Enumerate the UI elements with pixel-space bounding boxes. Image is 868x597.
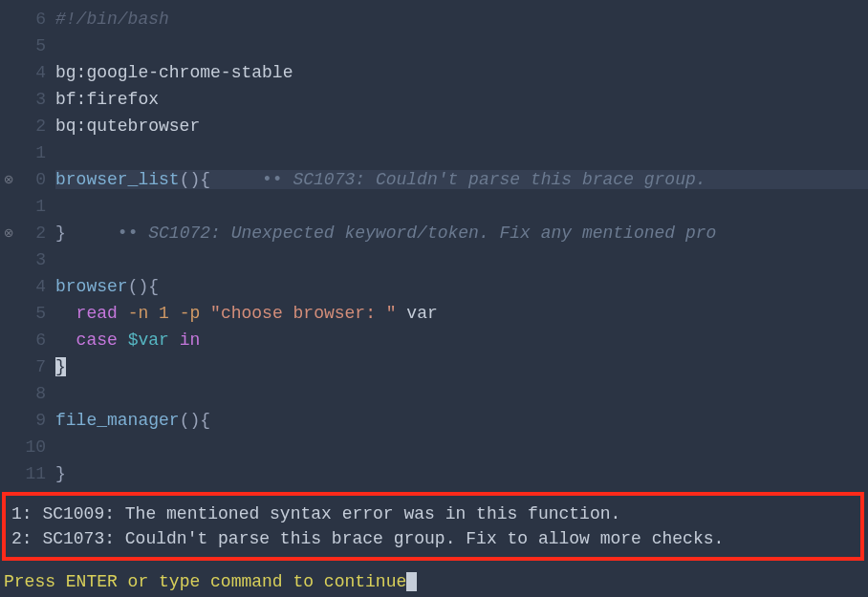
- error-message: 2: SC1073: Couldn't parse this brace gro…: [6, 526, 860, 551]
- code-token: -p: [180, 304, 201, 323]
- error-message: 1: SC1009: The mentioned syntax error wa…: [6, 501, 860, 526]
- code-token: [200, 304, 210, 323]
- line-number: 6: [17, 10, 55, 29]
- code-token: browser_list: [55, 170, 180, 189]
- code-line[interactable]: ⊗0browser_list(){ •• SC1073: Couldn't pa…: [0, 166, 868, 193]
- code-line[interactable]: 4bg:google-chrome-stable: [0, 59, 868, 86]
- code-token: 1: [159, 304, 169, 323]
- lint-indicator-icon: ••: [118, 224, 148, 243]
- code-token: (): [180, 170, 201, 189]
- code-line[interactable]: 2bq:qutebrowser: [0, 113, 868, 139]
- code-line[interactable]: 1: [0, 139, 868, 166]
- line-number: 0: [17, 170, 55, 189]
- code-content[interactable]: }: [55, 464, 868, 483]
- code-token: "choose browser: ": [210, 304, 396, 323]
- code-token: [210, 170, 262, 189]
- code-token: (): [128, 277, 149, 296]
- code-token: $var: [128, 330, 169, 350]
- line-number: 4: [17, 63, 55, 82]
- code-token: [118, 330, 128, 350]
- code-content[interactable]: case $var in: [55, 330, 868, 350]
- line-number: 3: [17, 250, 55, 269]
- prompt-text: Press ENTER or type command to continue: [4, 572, 406, 591]
- code-token: case: [76, 330, 118, 350]
- code-token: [169, 330, 180, 350]
- code-content[interactable]: browser_list(){ •• SC1073: Couldn't pars…: [55, 170, 868, 189]
- code-token: {: [200, 411, 210, 430]
- code-token: in: [180, 330, 201, 350]
- code-token: }: [55, 464, 66, 483]
- line-number: 8: [17, 384, 55, 403]
- error-panel: 1: SC1009: The mentioned syntax error wa…: [2, 492, 864, 561]
- line-number: 2: [17, 224, 55, 243]
- code-line[interactable]: 10: [0, 434, 868, 460]
- code-content[interactable]: } •• SC1072: Unexpected keyword/token. F…: [55, 224, 868, 243]
- gutter-error-icon: ⊗: [0, 224, 17, 243]
- code-token: -n: [128, 304, 149, 323]
- line-number: 7: [17, 357, 55, 376]
- code-line[interactable]: 6#!/bin/bash: [0, 6, 868, 32]
- code-line[interactable]: 1: [0, 193, 868, 220]
- code-content[interactable]: bq:qutebrowser: [55, 117, 868, 136]
- code-content[interactable]: }: [55, 357, 868, 376]
- lint-indicator-icon: ••: [262, 170, 293, 189]
- code-line[interactable]: 4browser(){: [0, 273, 868, 300]
- code-token: [169, 304, 180, 323]
- command-prompt[interactable]: Press ENTER or type command to continue: [4, 572, 417, 591]
- inline-lint-message: SC1072: Unexpected keyword/token. Fix an…: [148, 224, 716, 243]
- code-token: }: [55, 224, 66, 243]
- code-line[interactable]: 8: [0, 380, 868, 407]
- code-token: var: [397, 304, 438, 323]
- code-token: [55, 304, 76, 323]
- code-token: [55, 330, 76, 350]
- line-number: 1: [17, 197, 55, 216]
- code-token: file_manager: [55, 411, 180, 430]
- code-token: bq:qutebrowser: [55, 117, 200, 136]
- code-token: [66, 224, 118, 243]
- cursor: }: [55, 357, 66, 376]
- code-line[interactable]: 5 read -n 1 -p "choose browser: " var: [0, 300, 868, 327]
- inline-lint-message: SC1073: Couldn't parse this brace group.: [293, 170, 705, 189]
- code-editor[interactable]: 6#!/bin/bash54bg:google-chrome-stable3bf…: [0, 0, 868, 487]
- line-number: 2: [17, 117, 55, 136]
- code-token: {: [200, 170, 210, 189]
- code-line[interactable]: 3: [0, 246, 868, 273]
- code-line[interactable]: ⊗2} •• SC1072: Unexpected keyword/token.…: [0, 220, 868, 246]
- code-content[interactable]: read -n 1 -p "choose browser: " var: [55, 304, 868, 323]
- code-token: bg:google-chrome-stable: [55, 63, 293, 82]
- code-content[interactable]: bf:firefox: [55, 90, 868, 109]
- code-line[interactable]: 6 case $var in: [0, 327, 868, 353]
- line-number: 1: [17, 143, 55, 162]
- code-token: (): [180, 411, 201, 430]
- line-number: 5: [17, 36, 55, 55]
- line-number: 5: [17, 304, 55, 323]
- code-line[interactable]: 3bf:firefox: [0, 86, 868, 113]
- code-token: [148, 304, 159, 323]
- line-number: 10: [17, 437, 55, 457]
- gutter-error-icon: ⊗: [0, 170, 17, 189]
- code-content[interactable]: #!/bin/bash: [55, 10, 868, 29]
- code-line[interactable]: 9file_manager(){: [0, 407, 868, 434]
- code-token: bf:firefox: [55, 90, 159, 109]
- code-token: browser: [55, 277, 128, 296]
- code-token: read: [76, 304, 118, 323]
- line-number: 4: [17, 277, 55, 296]
- line-number: 3: [17, 90, 55, 109]
- code-token: #!/bin/bash: [55, 10, 169, 29]
- line-number: 6: [17, 330, 55, 350]
- code-token: {: [148, 277, 159, 296]
- code-content[interactable]: browser(){: [55, 277, 868, 296]
- code-line[interactable]: 7}: [0, 353, 868, 380]
- code-content[interactable]: bg:google-chrome-stable: [55, 63, 868, 82]
- code-line[interactable]: 11}: [0, 460, 868, 487]
- prompt-cursor: [406, 572, 417, 591]
- code-content[interactable]: file_manager(){: [55, 411, 868, 430]
- line-number: 11: [17, 464, 55, 483]
- code-line[interactable]: 5: [0, 32, 868, 59]
- line-number: 9: [17, 411, 55, 430]
- code-token: [118, 304, 128, 323]
